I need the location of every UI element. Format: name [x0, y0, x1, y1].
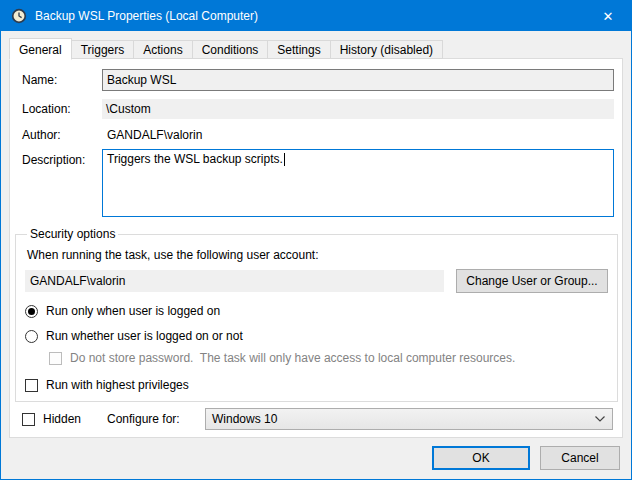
tab-general[interactable]: General [9, 38, 72, 60]
checkbox-disabled-icon [49, 352, 62, 365]
configure-for-label: Configure for: [107, 412, 205, 426]
author-value: GANDALF\valorin [102, 128, 202, 142]
task-scheduler-clock-icon [11, 8, 27, 24]
close-button[interactable]: ✕ [585, 1, 631, 31]
chevron-down-icon [594, 415, 606, 423]
name-value: Backup WSL [107, 73, 176, 87]
radio-run-whether[interactable]: Run whether user is logged on or not [25, 329, 608, 343]
user-account-value: GANDALF\valorin [30, 274, 125, 288]
checkbox-hidden-label: Hidden [43, 412, 81, 426]
checkbox-icon [22, 413, 35, 426]
location-value: \Custom [106, 102, 151, 116]
author-label: Author: [22, 128, 102, 142]
change-user-button[interactable]: Change User or Group... [456, 269, 608, 293]
general-tab-page: Name: Backup WSL Location: \Custom Autho… [9, 58, 623, 438]
description-value: Triggers the WSL backup scripts. [107, 152, 283, 166]
checkbox-no-password: Do not store password. The task will onl… [49, 351, 608, 365]
location-label: Location: [22, 102, 102, 116]
checkbox-icon [25, 379, 38, 392]
location-row: Location: \Custom [22, 99, 614, 119]
configure-row: Hidden Configure for: Windows 10 [22, 408, 613, 430]
tab-strip: General Triggers Actions Conditions Sett… [9, 38, 442, 59]
name-input[interactable]: Backup WSL [102, 69, 614, 91]
close-icon: ✕ [603, 9, 614, 24]
tab-history[interactable]: History (disabled) [330, 40, 443, 59]
checkbox-no-password-label: Do not store password. The task will onl… [70, 351, 515, 365]
radio-run-logged-on[interactable]: Run only when user is logged on [25, 304, 608, 318]
checkbox-highest-privileges-label: Run with highest privileges [46, 378, 189, 392]
name-row: Name: Backup WSL [22, 69, 614, 91]
tab-settings[interactable]: Settings [267, 40, 330, 59]
task-properties-dialog: Backup WSL Properties (Local Computer) ✕… [0, 0, 632, 480]
text-caret [284, 153, 285, 166]
description-input[interactable]: Triggers the WSL backup scripts. [102, 149, 614, 217]
tab-triggers[interactable]: Triggers [71, 40, 135, 59]
checkbox-highest-privileges[interactable]: Run with highest privileges [25, 378, 608, 392]
window-title: Backup WSL Properties (Local Computer) [35, 9, 258, 23]
security-options-legend: Security options [27, 227, 118, 241]
radio-selected-icon [25, 305, 38, 318]
description-label: Description: [22, 149, 102, 167]
description-row: Description: Triggers the WSL backup scr… [22, 149, 614, 217]
name-label: Name: [22, 73, 102, 87]
checkbox-hidden[interactable]: Hidden [22, 412, 107, 426]
radio-run-whether-label: Run whether user is logged on or not [46, 329, 243, 343]
ok-button[interactable]: OK [432, 446, 530, 470]
location-value-field: \Custom [102, 99, 614, 119]
tab-conditions[interactable]: Conditions [192, 40, 269, 59]
cancel-button[interactable]: Cancel [540, 446, 620, 470]
radio-unselected-icon [25, 330, 38, 343]
user-account-field: GANDALF\valorin [25, 270, 444, 292]
radio-run-logged-on-label: Run only when user is logged on [46, 304, 220, 318]
configure-for-value: Windows 10 [212, 412, 277, 426]
author-row: Author: GANDALF\valorin [22, 128, 614, 142]
account-hint: When running the task, use the following… [27, 248, 608, 262]
tab-actions[interactable]: Actions [133, 40, 192, 59]
account-row: GANDALF\valorin Change User or Group... [25, 269, 608, 293]
configure-for-select[interactable]: Windows 10 [205, 408, 613, 430]
title-bar: Backup WSL Properties (Local Computer) ✕ [1, 1, 631, 31]
security-options-group: Security options When running the task, … [15, 227, 618, 402]
